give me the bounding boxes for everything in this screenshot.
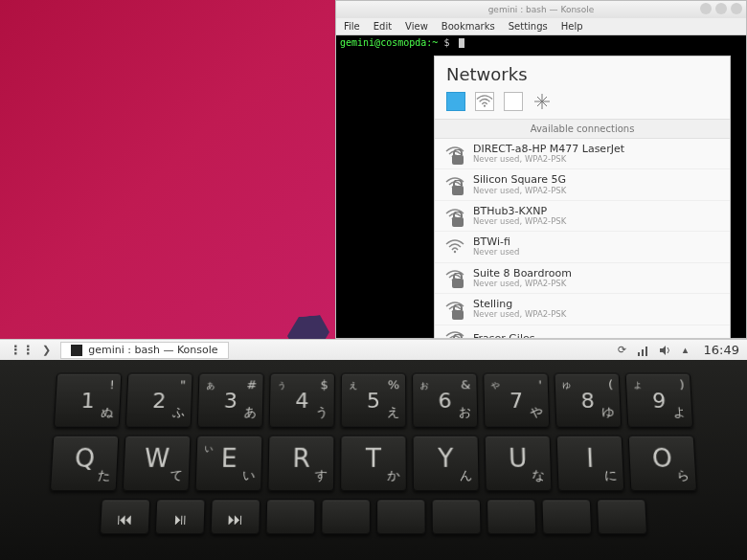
app-launcher-button[interactable]: ⋮⋮	[6, 343, 38, 357]
network-item[interactable]: Silicon Square 5GNever used, WPA2-PSK	[435, 169, 730, 200]
key-R: Rす	[267, 436, 334, 491]
svg-point-0	[484, 104, 486, 106]
network-item[interactable]: Suite 8 BoardroomNever used, WPA2-PSK	[435, 263, 730, 294]
airplane-mode-button[interactable]	[532, 92, 552, 111]
key-4: ぅ$4う	[269, 373, 335, 428]
svg-rect-15	[642, 349, 644, 356]
konsole-titlebar[interactable]: gemini : bash — Konsole	[336, 1, 746, 18]
network-subtext: Never used, WPA2-PSK	[473, 187, 566, 195]
key-9: ょ)9よ	[625, 373, 694, 428]
key-1: !1ぬ	[54, 373, 123, 428]
filter-unknown-button[interactable]	[504, 92, 523, 111]
key-media-9	[597, 499, 647, 534]
key-E: ぃEい	[195, 436, 263, 491]
terminal-prompt-dollar: $	[443, 37, 449, 48]
window-maximize-button[interactable]	[715, 3, 727, 14]
svg-rect-9	[452, 279, 464, 288]
filter-wired-button[interactable]	[446, 92, 465, 111]
system-tray: ⟳ ▴ 16:49	[608, 343, 747, 357]
key-media-7	[487, 499, 536, 534]
menu-edit[interactable]: Edit	[374, 21, 392, 32]
network-name: Silicon Square 5G	[473, 174, 566, 186]
svg-rect-4	[452, 186, 464, 195]
menu-help[interactable]: Help	[561, 21, 583, 32]
key-media-6	[432, 499, 482, 534]
wifi-icon	[444, 146, 465, 163]
wifi-icon	[444, 208, 465, 225]
wifi-icon	[444, 330, 465, 338]
key-O: Oら	[628, 436, 697, 491]
network-subtext: Never used, WPA2-PSK	[473, 280, 572, 288]
network-subtext: Never used, WPA2-PSK	[473, 155, 624, 164]
svg-point-7	[454, 251, 456, 253]
key-media-4	[321, 499, 371, 534]
svg-rect-16	[645, 347, 647, 356]
window-close-button[interactable]	[731, 3, 742, 14]
network-subtext: Never used, WPA2-PSK	[473, 310, 566, 319]
key-media-2: ⏭	[211, 499, 260, 534]
key-5: ぇ%5え	[341, 373, 407, 428]
taskbar: ⋮⋮ ❯ gemini : bash — Konsole ⟳ ▴ 16:49	[0, 339, 747, 360]
menu-file[interactable]: File	[344, 21, 360, 32]
networks-popup[interactable]: Networks Available connections DIRECT-a8…	[434, 56, 731, 339]
network-item[interactable]: BTWi-fiNever used	[435, 232, 730, 262]
svg-rect-11	[452, 310, 464, 320]
key-T: Tか	[340, 436, 407, 491]
key-3: ぁ#3あ	[197, 373, 264, 428]
key-media-8	[541, 499, 592, 534]
svg-rect-2	[452, 155, 464, 165]
network-item[interactable]: BTHub3-KXNPNever used, WPA2-PSK	[435, 201, 730, 232]
key-Y: Yん	[413, 436, 480, 491]
network-subtext: Never used	[473, 248, 520, 257]
key-media-0: ⏮	[100, 499, 150, 534]
networks-list[interactable]: DIRECT-a8-HP M477 LaserJetNever used, WP…	[435, 139, 730, 338]
taskbar-clock[interactable]: 16:49	[700, 343, 739, 357]
tray-updates-icon[interactable]: ⟳	[616, 344, 629, 357]
tray-volume-icon[interactable]	[658, 344, 671, 357]
network-item[interactable]: StellingNever used, WPA2-PSK	[435, 294, 730, 325]
key-W: Wて	[123, 436, 192, 491]
taskbar-entry-konsole[interactable]: gemini : bash — Konsole	[60, 342, 228, 359]
terminal-prompt-path: :~	[426, 37, 438, 48]
network-subtext: Never used, WPA2-PSK	[473, 217, 566, 226]
wifi-icon	[444, 269, 465, 286]
wifi-icon	[444, 238, 465, 256]
wifi-icon	[444, 176, 465, 193]
konsole-menubar: File Edit View Bookmarks Settings Help	[336, 18, 746, 35]
networks-filter-bar	[435, 88, 730, 119]
key-media-3	[265, 499, 315, 534]
key-Q: Qた	[50, 436, 119, 491]
key-6: ぉ&6お	[412, 373, 478, 428]
svg-rect-6	[452, 217, 464, 227]
menu-view[interactable]: View	[405, 21, 428, 32]
key-I: Iに	[556, 436, 625, 491]
key-8: ゅ(8ゆ	[554, 373, 622, 428]
desktop-pager-button[interactable]: ❯	[42, 344, 51, 356]
network-item[interactable]: DIRECT-a8-HP M477 LaserJetNever used, WP…	[435, 139, 730, 169]
physical-keyboard: !1ぬ"2ふぁ#3あぅ$4うぇ%5えぉ&6おゃ'7やゅ(8ゆょ)9よ QたWてぃ…	[0, 360, 747, 560]
key-2: "2ふ	[125, 373, 193, 428]
key-media-1: ⏯	[155, 499, 206, 534]
terminal-prompt-user: gemini@cosmopda	[340, 37, 426, 48]
tray-expand-icon[interactable]: ▴	[679, 344, 692, 357]
network-item[interactable]: Fraser Giles	[435, 325, 730, 338]
key-7: ゃ'7や	[483, 373, 550, 428]
window-minimize-button[interactable]	[700, 3, 712, 14]
konsole-title: gemini : bash — Konsole	[488, 5, 595, 14]
network-name: Fraser Giles	[473, 333, 534, 338]
terminal-cursor	[459, 38, 464, 48]
svg-rect-14	[638, 352, 640, 356]
filter-wifi-button[interactable]	[475, 92, 494, 111]
networks-title: Networks	[435, 56, 730, 88]
menu-settings[interactable]: Settings	[509, 21, 548, 32]
taskbar-entry-label: gemini : bash — Konsole	[88, 344, 217, 356]
networks-section-header: Available connections	[435, 119, 730, 139]
wifi-icon	[444, 301, 465, 318]
key-U: Uな	[485, 436, 553, 491]
tray-network-icon[interactable]	[637, 344, 650, 357]
konsole-icon	[71, 345, 82, 356]
key-media-5	[376, 499, 426, 534]
menu-bookmarks[interactable]: Bookmarks	[441, 21, 495, 32]
